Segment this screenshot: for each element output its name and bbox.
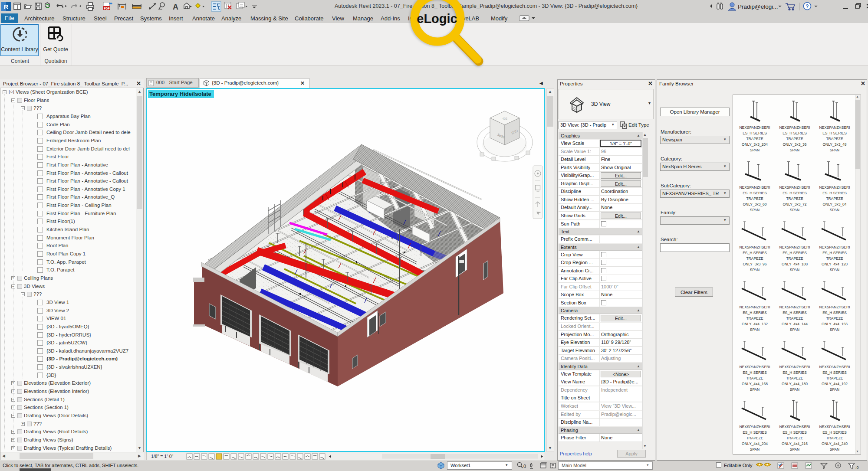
svg-text:Pradip@elogi...: Pradip@elogi... [738,3,778,10]
svg-text:?: ? [806,3,809,10]
svg-text:NEXSPANZHSERIES_H SERIESTRAPEZ: NEXSPANZHSERIES_H SERIESTRAPEZEONLY_3x3_… [819,125,850,152]
svg-text:NEXSPANZHSERIES_H SERIESTRAPEZ: NEXSPANZHSERIES_H SERIESTRAPEZEONLY_3x3_… [819,185,850,212]
svg-text::0: :0 [855,465,859,470]
svg-text:R: R [4,3,9,10]
svg-text:NEXSPANZHSERIES_H SERIESTRAPEZ: NEXSPANZHSERIES_H SERIESTRAPEZEONLY_4x4_… [819,365,850,392]
svg-text:NEXSPANZHSERIES_H SERIESTRAPEZ: NEXSPANZHSERIES_H SERIESTRAPEZEONLY_4x4_… [779,245,810,272]
svg-text:NEXSPANZHSERIES_H SERIESTRAPEZ: NEXSPANZHSERIES_H SERIESTRAPEZEONLY_3x3_… [739,185,770,212]
svg-text:NEXSPANZHSERIES_H SERIESTRAPEZ: NEXSPANZHSERIES_H SERIESTRAPEZEONLY_4x4_… [739,305,770,332]
svg-text:NEXSPANZHSERIES_H SERIESTRAPEZ: NEXSPANZHSERIES_H SERIESTRAPEZEONLY_4x4_… [819,305,850,332]
svg-text:NEXSPANZHSERIES_H SERIESTRAPEZ: NEXSPANZHSERIES_H SERIESTRAPEZEONLY_3x3_… [739,125,770,152]
svg-text:A: A [173,3,178,11]
svg-text:0: 0 [523,464,526,469]
svg-text:NEXSPANZHSERIES_H SERIESTRAPEZ: NEXSPANZHSERIES_H SERIESTRAPEZEONLY_4x4_… [779,425,810,451]
svg-text:NEXSPANZHSERIES_H SERIESTRAPEZ: NEXSPANZHSERIES_H SERIESTRAPEZEONLY_4x4_… [819,245,850,272]
svg-text:NEXSPANZHSERIES_H SERIESTRAPEZ: NEXSPANZHSERIES_H SERIESTRAPEZEONLY_4x4_… [739,425,770,451]
svg-text:NEXSPANZHSERIES_H SERIESTRAPEZ: NEXSPANZHSERIES_H SERIESTRAPEZEONLY_4x4_… [819,425,850,451]
svg-text:NEXSPANZHSERIES_H SERIESTRAPEZ: NEXSPANZHSERIES_H SERIESTRAPEZEONLY_3x3_… [739,245,770,272]
svg-text:NEXSPANZHSERIES_H SERIESTRAPEZ: NEXSPANZHSERIES_H SERIESTRAPEZEONLY_4x4_… [779,365,810,392]
svg-text:NEXSPANZHSERIES_H SERIESTRAPEZ: NEXSPANZHSERIES_H SERIESTRAPEZEONLY_3x3_… [779,185,810,212]
svg-text:NEXSPANZHSERIES_H SERIESTRAPEZ: NEXSPANZHSERIES_H SERIESTRAPEZEONLY_3x3_… [779,125,810,152]
svg-text:eLogic: eLogic [417,12,457,26]
svg-text:NEXSPANZHSERIES_H SERIESTRAPEZ: NEXSPANZHSERIES_H SERIESTRAPEZEONLY_4x4_… [779,305,810,332]
svg-text:PDF: PDF [104,7,110,10]
svg-text:NEXSPANZHSERIES_H SERIESTRAPEZ: NEXSPANZHSERIES_H SERIESTRAPEZEONLY_4x4_… [739,365,770,392]
svg-text:402: 402 [502,117,507,120]
